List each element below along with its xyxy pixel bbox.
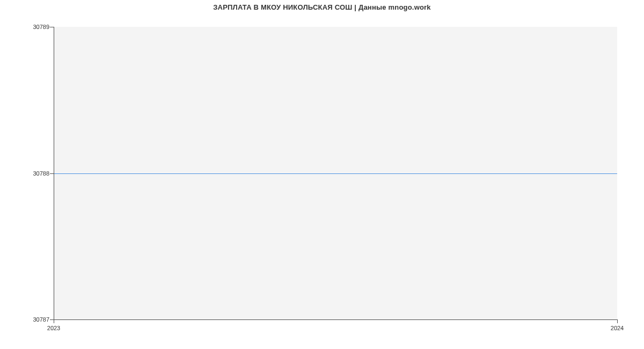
chart-container: ЗАРПЛАТА В МКОУ НИКОЛЬСКАЯ СОШ | Данные … [0, 0, 644, 349]
y-tick [50, 173, 54, 174]
y-tick-label: 30787 [6, 316, 49, 323]
x-tick-label: 2023 [47, 325, 60, 331]
chart-title: ЗАРПЛАТА В МКОУ НИКОЛЬСКАЯ СОШ | Данные … [0, 3, 644, 11]
data-line [54, 173, 617, 174]
y-tick [50, 27, 54, 27]
y-axis [54, 27, 54, 319]
x-tick-label: 2024 [611, 325, 624, 331]
x-axis [54, 319, 617, 320]
y-tick-label: 30788 [6, 170, 49, 177]
x-tick [54, 319, 54, 323]
y-tick [50, 319, 54, 320]
y-tick-label: 30789 [6, 24, 49, 30]
x-tick [617, 319, 618, 323]
